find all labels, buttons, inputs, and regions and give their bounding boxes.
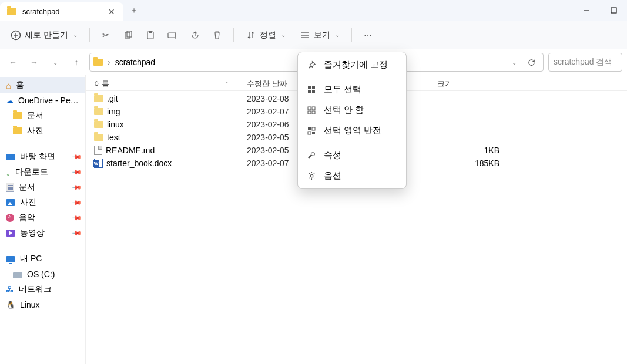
chevron-down-icon: ⌄ <box>335 32 340 38</box>
svg-point-26 <box>310 174 313 177</box>
up-button[interactable]: ↑ <box>68 54 85 70</box>
svg-rect-24 <box>308 132 311 134</box>
delete-button[interactable] <box>207 26 227 44</box>
ctx-select-none[interactable]: 선택 안 함 <box>298 100 406 120</box>
folder-icon <box>13 127 22 134</box>
svg-rect-1 <box>611 8 616 13</box>
ctx-invert-selection[interactable]: 선택 영역 반전 <box>298 120 406 141</box>
ctx-options[interactable]: 옵션 <box>298 166 406 186</box>
folder-icon <box>7 8 16 15</box>
ctx-pin-to-quick[interactable]: 즐겨찾기에 고정 <box>298 55 406 75</box>
titlebar: scratchpad ✕ ＋ <box>0 0 627 21</box>
file-name: .git <box>107 94 118 103</box>
cut-button[interactable]: ✂ <box>96 26 116 44</box>
window-controls <box>573 0 627 21</box>
more-icon: ⋯ <box>363 30 373 41</box>
sidebar-item-downloads[interactable]: ↓다운로드📌 <box>0 164 85 180</box>
sidebar-item-home[interactable]: ⌂홈 <box>0 77 85 93</box>
cut-icon: ✂ <box>100 30 111 41</box>
copy-icon <box>123 30 133 41</box>
back-button[interactable]: ← <box>5 54 21 70</box>
sidebar-item-pc[interactable]: 내 PC <box>0 251 85 267</box>
search-input[interactable]: scratchpad 검색 <box>548 53 622 72</box>
svg-rect-23 <box>312 127 315 130</box>
sidebar-item-videos[interactable]: 동영상📌 <box>0 225 85 241</box>
view-button[interactable]: 보기 ⌄ <box>294 26 346 44</box>
new-tab-button[interactable]: ＋ <box>123 0 145 21</box>
new-button[interactable]: 새로 만들기 ⌄ <box>5 26 83 44</box>
sidebar-item-network[interactable]: 🖧네트워크 <box>0 282 85 297</box>
select-none-icon <box>306 105 317 116</box>
sidebar-item-music[interactable]: 음악📌 <box>0 210 85 225</box>
folder-icon <box>93 59 103 66</box>
folder-icon <box>94 108 103 115</box>
ctx-properties[interactable]: 속성 <box>298 145 406 166</box>
cloud-icon: ☁ <box>6 96 14 105</box>
sidebar-item-onedrive[interactable]: ☁OneDrive - Personal <box>0 93 85 108</box>
tab-scratchpad[interactable]: scratchpad ✕ <box>0 2 123 21</box>
svg-rect-9 <box>168 33 175 38</box>
sidebar-item-documents2[interactable]: 문서📌 <box>0 180 85 195</box>
file-size: 1KB <box>452 146 499 155</box>
sidebar-item-pictures[interactable]: 사진📌 <box>0 195 85 210</box>
markdown-file-icon <box>94 146 102 155</box>
copy-button[interactable] <box>118 26 138 44</box>
svg-rect-20 <box>308 111 311 114</box>
svg-rect-25 <box>312 132 315 134</box>
folder-icon <box>94 95 103 102</box>
svg-rect-8 <box>149 31 152 33</box>
pin-icon: 📌 <box>71 212 82 223</box>
sidebar-item-drive-c[interactable]: OS (C:) <box>0 267 85 282</box>
ctx-select-all[interactable]: 모두 선택 <box>298 79 406 100</box>
sidebar-item-linux[interactable]: 🐧Linux <box>0 297 85 312</box>
chevron-down-icon[interactable]: ⌄ <box>509 59 519 66</box>
sidebar-item-documents[interactable]: 문서 <box>0 108 85 123</box>
sidebar-item-desktop[interactable]: 바탕 화면📌 <box>0 149 85 164</box>
share-button[interactable] <box>185 26 205 44</box>
rename-button[interactable] <box>163 26 183 44</box>
breadcrumb-separator: › <box>108 58 110 67</box>
share-icon <box>190 30 200 41</box>
file-size: 185KB <box>452 159 499 168</box>
folder-icon <box>13 112 22 119</box>
paste-button[interactable] <box>140 26 160 44</box>
more-button[interactable]: ⋯ <box>358 26 378 44</box>
folder-icon <box>94 134 103 141</box>
separator <box>233 28 234 42</box>
music-icon <box>6 214 14 222</box>
plus-circle-icon <box>11 30 21 41</box>
column-size[interactable]: 크기 <box>405 79 452 89</box>
tab-title: scratchpad <box>22 7 102 16</box>
word-file-icon <box>94 159 103 168</box>
separator <box>351 28 352 42</box>
drive-icon <box>13 272 22 278</box>
chevron-down-icon: ⌄ <box>281 32 286 38</box>
pin-icon: 📌 <box>71 197 82 208</box>
file-name: test <box>107 133 120 142</box>
rename-icon <box>167 30 178 41</box>
svg-rect-14 <box>308 86 311 89</box>
minimize-button[interactable] <box>573 0 600 21</box>
sort-label: 정렬 <box>260 30 276 41</box>
sort-icon <box>246 30 256 41</box>
close-icon[interactable]: ✕ <box>108 7 116 16</box>
search-placeholder: scratchpad 검색 <box>554 57 612 68</box>
forward-button[interactable]: → <box>26 54 42 70</box>
sort-button[interactable]: 정렬 ⌄ <box>240 26 291 44</box>
svg-rect-21 <box>312 111 315 114</box>
separator <box>89 28 90 42</box>
new-label: 새로 만들기 <box>25 30 68 41</box>
separator <box>298 143 406 143</box>
svg-rect-16 <box>308 90 311 93</box>
svg-rect-17 <box>312 90 315 93</box>
recent-dropdown[interactable]: ⌄ <box>47 54 63 70</box>
column-name[interactable]: 이름⌃ <box>94 79 247 89</box>
gear-icon <box>306 171 317 181</box>
maximize-button[interactable] <box>600 0 627 21</box>
video-icon <box>6 230 15 237</box>
refresh-button[interactable] <box>524 58 539 67</box>
pin-icon <box>306 60 317 70</box>
select-all-icon <box>306 85 317 95</box>
sidebar-item-photos[interactable]: 사진 <box>0 123 85 139</box>
pin-icon: 📌 <box>71 181 82 193</box>
